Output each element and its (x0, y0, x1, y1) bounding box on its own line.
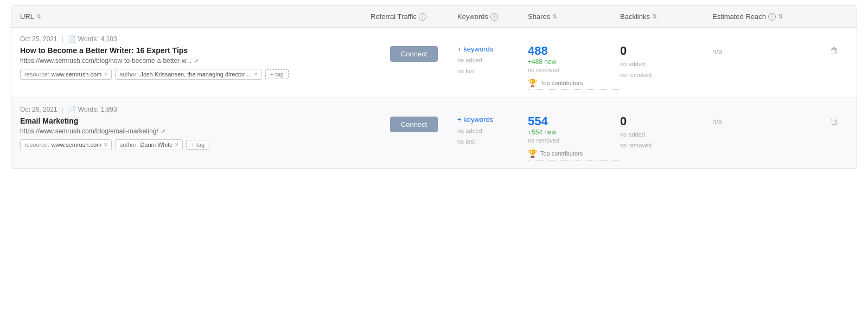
delete-button-1[interactable]: 🗑 (830, 46, 839, 56)
col-reach-label: Estimated Reach (712, 12, 766, 21)
top-contributors-label-1: Top contributors (540, 80, 583, 86)
row-date-1: Oct 25, 2021 (20, 35, 58, 43)
delete-button-2[interactable]: 🗑 (830, 117, 839, 126)
reach-value-1: n/a (712, 47, 722, 55)
tag-resource-remove-1[interactable]: × (104, 70, 107, 78)
table-header: URL ⇅ Referral Traffic i Keywords i Shar… (11, 6, 857, 28)
trophy-icon-1: 🏆 (528, 79, 537, 87)
col-referral: Referral Traffic i (371, 12, 457, 21)
col-referral-info-icon[interactable]: i (419, 13, 426, 21)
url-cell-2: Oct 26, 2021 | 📄 Words: 1,893 Email Mark… (20, 106, 371, 150)
shares-no-removed-1: no removed (528, 67, 620, 73)
delete-cell-1: 🗑 (821, 35, 848, 56)
add-tag-2[interactable]: + tag (186, 140, 209, 150)
trophy-icon-2: 🏆 (528, 149, 537, 158)
col-shares-sort-icon[interactable]: ⇅ (552, 13, 557, 20)
col-reach-info-icon[interactable]: i (768, 13, 776, 21)
shares-new-2: +554 new (528, 128, 620, 136)
connect-cell-1: Connect (371, 35, 457, 62)
top-contributors-label-2: Top contributors (540, 150, 583, 157)
backlinks-no-removed-1: no removed (620, 70, 712, 81)
col-backlinks: Backlinks ⇅ (620, 12, 712, 21)
kw-no-added-2: no added (457, 126, 528, 137)
col-backlinks-sort-icon[interactable]: ⇅ (652, 13, 657, 20)
col-url-sort-icon[interactable]: ⇅ (36, 13, 41, 20)
col-referral-label: Referral Traffic (371, 12, 417, 21)
kw-no-added-1: no added (457, 55, 528, 66)
row-date-2: Oct 26, 2021 (20, 106, 58, 113)
shares-cell-2: 554 +554 new no removed 🏆 Top contributo… (528, 106, 620, 160)
keywords-cell-2: + keywords no added no lost (457, 106, 528, 147)
tags-row-1: resource: www.semrush.com × author: Josh… (20, 69, 371, 80)
col-backlinks-label: Backlinks (620, 12, 650, 21)
col-shares-label: Shares (528, 12, 550, 21)
kw-no-lost-2: no lost (457, 137, 528, 147)
row-meta-1: Oct 25, 2021 | 📄 Words: 4,103 (20, 35, 371, 43)
connect-button-2[interactable]: Connect (390, 117, 438, 132)
backlinks-no-added-1: no added (620, 59, 712, 70)
add-tag-1[interactable]: + tag (265, 69, 289, 79)
connect-cell-2: Connect (371, 106, 457, 132)
backlinks-cell-2: 0 no added no removed (620, 106, 712, 151)
tag-author-remove-2[interactable]: × (175, 141, 178, 149)
row-meta-2: Oct 26, 2021 | 📄 Words: 1,893 (20, 106, 371, 113)
tag-author-remove-1[interactable]: × (254, 70, 258, 78)
col-reach: Estimated Reach i ⇅ (712, 12, 821, 21)
backlinks-count-1: 0 (620, 45, 712, 57)
article-title-1: How to Become a Better Writer: 16 Expert… (20, 46, 371, 55)
table-row: Oct 26, 2021 | 📄 Words: 1,893 Email Mark… (11, 98, 857, 168)
col-url: URL ⇅ (20, 12, 371, 21)
content-table: URL ⇅ Referral Traffic i Keywords i Shar… (11, 5, 857, 169)
url-cell-1: Oct 25, 2021 | 📄 Words: 4,103 How to Bec… (20, 35, 371, 80)
keywords-add-2[interactable]: + keywords (457, 115, 528, 124)
tag-resource-2: resource: www.semrush.com × (20, 139, 112, 150)
row-words-2: 📄 Words: 1,893 (68, 106, 117, 113)
col-reach-sort-icon[interactable]: ⇅ (778, 13, 783, 20)
tag-resource-1: resource: www.semrush.com × (20, 69, 112, 80)
backlinks-cell-1: 0 no added no removed (620, 35, 712, 81)
backlinks-no-removed-2: no removed (620, 140, 712, 151)
col-keywords-label: Keywords (457, 12, 488, 21)
tag-author-2: author: Danni White × (115, 139, 183, 150)
ext-link-icon-1: ➚ (194, 57, 199, 65)
row-words-1: 📄 Words: 4,103 (68, 35, 117, 43)
col-shares: Shares ⇅ (528, 12, 620, 21)
shares-no-removed-2: no removed (528, 137, 620, 144)
ext-link-icon-2: ➚ (161, 128, 165, 135)
article-title-2: Email Marketing (20, 117, 371, 125)
shares-cell-1: 488 +488 new no removed 🏆 Top contributo… (528, 35, 620, 90)
article-url-1[interactable]: https://www.semrush.com/blog/how-to-beco… (20, 57, 371, 65)
reach-cell-2: n/a (712, 106, 821, 126)
reach-cell-1: n/a (712, 35, 821, 55)
reach-value-2: n/a (712, 118, 722, 126)
doc-icon-2: 📄 (68, 106, 76, 113)
backlinks-no-added-2: no added (620, 130, 712, 140)
top-contributors-1[interactable]: 🏆 Top contributors (528, 79, 620, 90)
table-row: Oct 25, 2021 | 📄 Words: 4,103 How to Bec… (11, 28, 857, 98)
doc-icon-1: 📄 (68, 35, 76, 43)
col-keywords: Keywords i (457, 12, 528, 21)
tag-resource-remove-2[interactable]: × (104, 141, 107, 149)
col-keywords-info-icon[interactable]: i (490, 13, 498, 21)
tag-author-1: author: Josh Krissansen, the managing di… (115, 69, 262, 80)
shares-count-2: 554 (528, 115, 620, 127)
backlinks-count-2: 0 (620, 115, 712, 127)
shares-new-1: +488 new (528, 58, 620, 66)
connect-button-1[interactable]: Connect (390, 46, 438, 62)
delete-cell-2: 🗑 (821, 106, 848, 126)
col-url-label: URL (20, 12, 34, 21)
top-contributors-2[interactable]: 🏆 Top contributors (528, 149, 620, 160)
shares-count-1: 488 (528, 45, 620, 57)
kw-no-lost-1: no lost (457, 66, 528, 77)
tags-row-2: resource: www.semrush.com × author: Dann… (20, 139, 371, 150)
article-url-2[interactable]: https://www.semrush.com/blog/email-marke… (20, 127, 371, 135)
keywords-cell-1: + keywords no added no lost (457, 35, 528, 77)
keywords-add-1[interactable]: + keywords (457, 45, 528, 53)
